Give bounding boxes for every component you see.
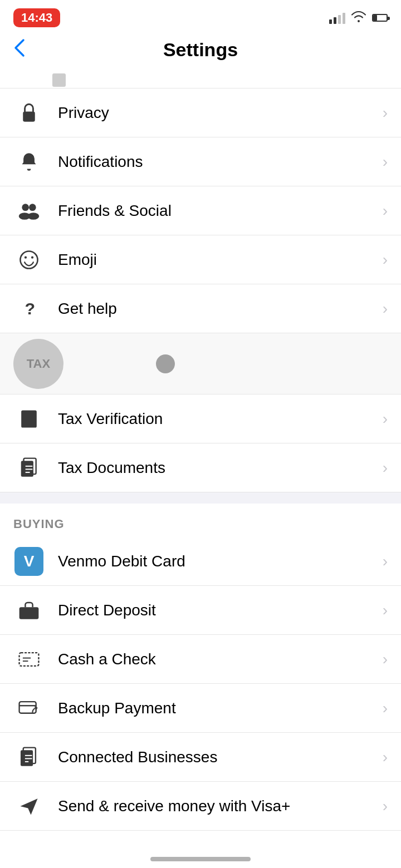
back-button[interactable] bbox=[13, 38, 26, 62]
bell-icon bbox=[13, 146, 45, 177]
status-bar: 14:43 bbox=[0, 0, 401, 33]
briefcase-icon bbox=[13, 595, 45, 626]
settings-item-privacy[interactable]: Privacy › bbox=[0, 88, 401, 137]
notifications-label: Notifications bbox=[58, 153, 383, 171]
tax-verification-label: Tax Verification bbox=[58, 410, 383, 428]
chevron-icon: › bbox=[383, 601, 388, 619]
svg-text:?: ? bbox=[25, 298, 35, 317]
tax-verify-icon bbox=[13, 403, 45, 435]
backup-payment-label: Backup Payment bbox=[58, 699, 383, 717]
svg-point-3 bbox=[29, 204, 36, 211]
svg-rect-10 bbox=[21, 410, 37, 427]
send-icon bbox=[13, 791, 45, 822]
chevron-icon: › bbox=[383, 251, 388, 269]
settings-item-friends-social[interactable]: Friends & Social › bbox=[0, 186, 401, 235]
buying-list: V Venmo Debit Card › Direct Deposit › Ca… bbox=[0, 537, 401, 831]
svg-rect-0 bbox=[52, 73, 66, 87]
tax-section-header: TAX bbox=[0, 333, 401, 394]
privacy-label: Privacy bbox=[58, 104, 383, 122]
settings-item-visa-plus[interactable]: Send & receive money with Visa+ › bbox=[0, 782, 401, 831]
settings-item-venmo-debit[interactable]: V Venmo Debit Card › bbox=[0, 537, 401, 586]
svg-point-2 bbox=[22, 204, 29, 211]
chevron-icon: › bbox=[383, 104, 388, 122]
svg-point-8 bbox=[31, 256, 33, 258]
venmo-debit-label: Venmo Debit Card bbox=[58, 553, 383, 570]
people-icon bbox=[13, 195, 45, 226]
tax-docs-icon bbox=[13, 452, 45, 484]
settings-item-backup-payment[interactable]: Backup Payment › bbox=[0, 684, 401, 733]
battery-icon bbox=[372, 14, 388, 22]
partial-top-item bbox=[0, 72, 401, 88]
svg-rect-1 bbox=[23, 111, 35, 121]
tax-badge: TAX bbox=[13, 339, 63, 389]
question-icon: ? bbox=[13, 293, 45, 324]
direct-deposit-label: Direct Deposit bbox=[58, 601, 383, 619]
buying-section-label: BUYING bbox=[0, 504, 401, 537]
venmo-v-icon: V bbox=[13, 546, 45, 577]
connected-businesses-label: Connected Businesses bbox=[58, 748, 383, 766]
get-help-label: Get help bbox=[58, 300, 383, 318]
chevron-icon: › bbox=[383, 300, 388, 318]
tax-list: Tax Verification › Tax Documents › bbox=[0, 394, 401, 492]
chevron-icon: › bbox=[383, 797, 388, 815]
friends-social-label: Friends & Social bbox=[58, 202, 383, 220]
settings-item-cash-check[interactable]: Cash a Check › bbox=[0, 635, 401, 684]
chevron-icon: › bbox=[383, 699, 388, 717]
page-title: Settings bbox=[163, 39, 238, 61]
tax-dot bbox=[156, 354, 175, 373]
chevron-icon: › bbox=[383, 748, 388, 766]
emoji-label: Emoji bbox=[58, 251, 383, 269]
svg-point-5 bbox=[28, 213, 40, 220]
check-icon bbox=[13, 644, 45, 675]
chevron-icon: › bbox=[383, 553, 388, 570]
settings-list: Privacy › Notifications › Friends & Soci… bbox=[0, 88, 401, 333]
cash-check-label: Cash a Check bbox=[58, 650, 383, 668]
settings-item-direct-deposit[interactable]: Direct Deposit › bbox=[0, 586, 401, 635]
svg-rect-16 bbox=[19, 607, 39, 619]
svg-rect-21 bbox=[19, 702, 36, 713]
settings-item-tax-verification[interactable]: Tax Verification › bbox=[0, 394, 401, 443]
settings-item-notifications[interactable]: Notifications › bbox=[0, 137, 401, 186]
svg-point-7 bbox=[25, 256, 27, 258]
status-icons bbox=[329, 10, 388, 26]
tax-documents-label: Tax Documents bbox=[58, 459, 383, 477]
signal-icon bbox=[329, 12, 345, 24]
header: Settings bbox=[0, 33, 401, 72]
status-time: 14:43 bbox=[13, 8, 60, 27]
settings-item-connected-businesses[interactable]: Connected Businesses › bbox=[0, 733, 401, 782]
chevron-icon: › bbox=[383, 202, 388, 220]
settings-item-get-help[interactable]: ? Get help › bbox=[0, 284, 401, 333]
home-indicator bbox=[150, 857, 251, 861]
chevron-icon: › bbox=[383, 459, 388, 477]
settings-item-emoji[interactable]: Emoji › bbox=[0, 235, 401, 284]
visa-plus-label: Send & receive money with Visa+ bbox=[58, 797, 383, 815]
chevron-icon: › bbox=[383, 650, 388, 668]
chevron-icon: › bbox=[383, 410, 388, 428]
emoji-icon bbox=[13, 244, 45, 275]
wifi-icon bbox=[351, 10, 366, 26]
section-spacer bbox=[0, 492, 401, 504]
documents-icon bbox=[13, 742, 45, 773]
lock-icon bbox=[13, 97, 45, 129]
chevron-icon: › bbox=[383, 153, 388, 171]
svg-rect-18 bbox=[19, 653, 39, 666]
settings-item-tax-documents[interactable]: Tax Documents › bbox=[0, 443, 401, 492]
card-refresh-icon bbox=[13, 693, 45, 724]
